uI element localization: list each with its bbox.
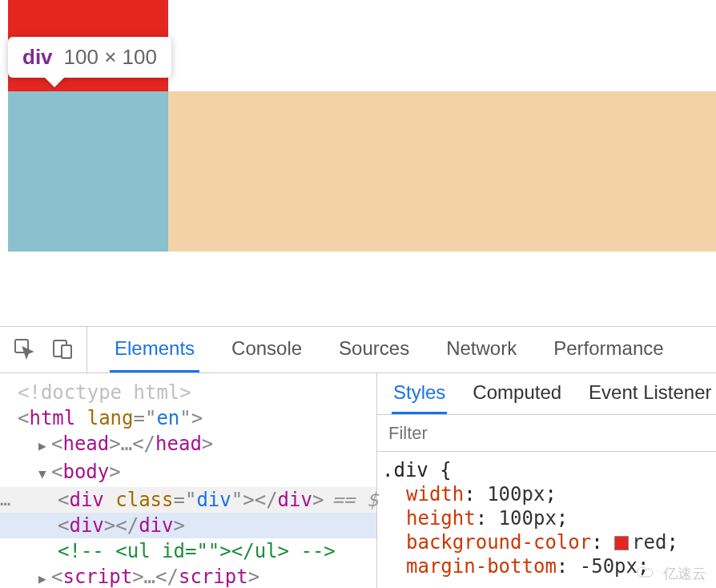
beige-margin-box — [168, 91, 716, 252]
tab-performance[interactable]: Performance — [549, 327, 668, 373]
css-prop-width: width — [406, 483, 464, 505]
svg-rect-2 — [62, 345, 71, 358]
main-tabs: Elements Console Sources Network Perform… — [87, 327, 691, 373]
tooltip-dimensions: 100 × 100 — [64, 45, 157, 70]
inspect-tooltip: div 100 × 100 — [8, 37, 171, 78]
tree-row-html[interactable]: <html lang="en"> — [0, 405, 376, 431]
tab-sources[interactable]: Sources — [334, 327, 414, 373]
devtools-toolbar: Elements Console Sources Network Perform… — [0, 327, 716, 373]
tab-elements[interactable]: Elements — [110, 327, 199, 373]
styles-panel: Styles Computed Event Listener .div { wi… — [376, 373, 716, 588]
subtab-computed[interactable]: Computed — [471, 373, 563, 414]
color-swatch-icon[interactable] — [614, 536, 629, 550]
css-prop-height: height — [406, 507, 476, 530]
collapse-arrow-icon: ▼ — [38, 461, 50, 487]
expand-arrow-icon: ▶ — [38, 566, 50, 588]
css-prop-bgcolor: background-color — [406, 531, 591, 554]
toolbar-icons — [0, 327, 87, 373]
subtab-event-listeners[interactable]: Event Listener — [587, 373, 713, 414]
css-rule[interactable]: .div { width: 100px; height: 100px; back… — [377, 452, 716, 585]
tooltip-tag: div — [22, 45, 53, 70]
tree-row-div-class[interactable]: <div class="div"></div>== $ — [0, 487, 376, 513]
styles-sub-tabs: Styles Computed Event Listener — [377, 373, 716, 415]
tree-row-head[interactable]: ▶<head>…</head> — [0, 431, 376, 459]
tab-network[interactable]: Network — [441, 327, 521, 373]
subtab-styles[interactable]: Styles — [392, 373, 447, 414]
filter-input[interactable] — [387, 422, 706, 445]
rendered-page: div 100 × 100 — [0, 0, 716, 326]
tree-row-script[interactable]: ▶<script>…</script> — [0, 564, 376, 588]
css-prop-margin-bottom: margin-bottom — [406, 555, 557, 578]
inspect-element-icon[interactable] — [13, 337, 35, 363]
blue-highlight-box[interactable] — [8, 91, 168, 252]
tree-row-body[interactable]: ▼<body> — [0, 459, 376, 487]
tree-row-doctype[interactable]: <!doctype html> — [0, 380, 376, 405]
expand-arrow-icon: ▶ — [38, 433, 50, 459]
device-toggle-icon[interactable] — [51, 337, 74, 363]
elements-tree[interactable]: <!doctype html> <html lang="en"> ▶<head>… — [0, 373, 376, 588]
styles-filter — [377, 415, 716, 452]
tab-console[interactable]: Console — [227, 327, 307, 373]
tree-row-comment[interactable]: <!-- <ul id=""></ul> --> — [0, 538, 376, 564]
devtools-body: <!doctype html> <html lang="en"> ▶<head>… — [0, 373, 716, 588]
tree-row-div-selected[interactable]: <div></div> — [0, 513, 376, 538]
devtools-panel: Elements Console Sources Network Perform… — [0, 326, 716, 588]
